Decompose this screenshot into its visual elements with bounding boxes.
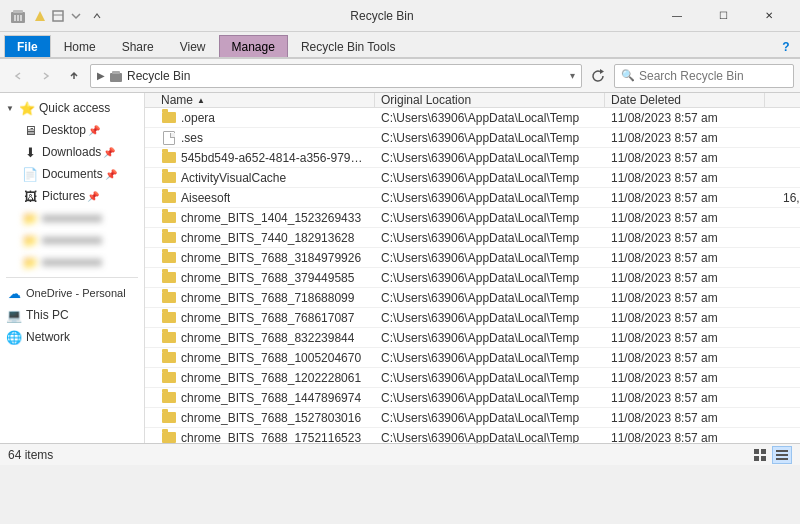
main-content: ▼ ⭐ Quick access 🖥 Desktop 📌 ⬇ Downloads… <box>0 93 800 443</box>
cell-date: 11/08/2023 8:57 am <box>605 308 765 327</box>
tab-file[interactable]: File <box>4 35 51 57</box>
view-tiles-button[interactable] <box>750 446 770 464</box>
cell-name: chrome_BITS_7688_768617087 <box>155 308 375 327</box>
table-row[interactable]: chrome_BITS_7688_1527803016 C:\Users\639… <box>145 408 800 428</box>
cell-location: C:\Users\63906\AppData\Local\Temp <box>375 208 605 227</box>
sidebar-item-network[interactable]: 🌐 Network <box>0 326 144 348</box>
view-details-button[interactable] <box>772 446 792 464</box>
documents-icon: 📄 <box>22 166 38 182</box>
tab-manage[interactable]: Manage <box>219 35 288 57</box>
ribbon: File Home Share View Manage Recycle Bin … <box>0 32 800 59</box>
maximize-button[interactable]: ☐ <box>700 0 746 32</box>
blurred-label1: xxxxxxxxxx <box>42 211 102 225</box>
col-header-location[interactable]: Original Location <box>375 93 605 107</box>
back-button[interactable] <box>6 64 30 88</box>
svg-rect-9 <box>112 71 120 74</box>
col-location-label: Original Location <box>381 93 471 107</box>
svg-rect-1 <box>13 10 23 13</box>
quick-access-header[interactable]: ▼ ⭐ Quick access <box>0 97 144 119</box>
quick-access-label: Quick access <box>39 101 110 115</box>
cell-location: C:\Users\63906\AppData\Local\Temp <box>375 408 605 427</box>
documents-label: Documents <box>42 167 103 181</box>
sidebar-item-pictures[interactable]: 🖼 Pictures 📌 <box>0 185 144 207</box>
search-input[interactable] <box>639 69 769 83</box>
cell-date: 11/08/2023 8:57 am <box>605 268 765 287</box>
sidebar-item-blurred1[interactable]: 📁 xxxxxxxxxx <box>0 207 144 229</box>
col-header-name[interactable]: Name ▲ <box>155 93 375 107</box>
table-row[interactable]: chrome_BITS_7688_768617087 C:\Users\6390… <box>145 308 800 328</box>
table-row[interactable]: chrome_BITS_7688_1202228061 C:\Users\639… <box>145 368 800 388</box>
refresh-button[interactable] <box>586 64 610 88</box>
blurred-label2: xxxxxxxxxx <box>42 233 102 247</box>
cell-date: 11/08/2023 8:57 am <box>605 228 765 247</box>
table-row[interactable]: chrome_BITS_7688_1447896974 C:\Users\639… <box>145 388 800 408</box>
cell-name: 545bd549-a652-4814-a356-979de... <box>155 148 375 167</box>
folder-icon <box>161 331 177 345</box>
sidebar-divider1 <box>6 277 138 278</box>
table-row[interactable]: chrome_BITS_7688_1005204670 C:\Users\639… <box>145 348 800 368</box>
folder-icon <box>161 411 177 425</box>
table-row[interactable]: chrome_BITS_7440_182913628 C:\Users\6390… <box>145 228 800 248</box>
forward-button[interactable] <box>34 64 58 88</box>
sidebar-item-onedrive[interactable]: ☁ OneDrive - Personal <box>0 282 144 304</box>
collapse-ribbon-btn[interactable] <box>92 11 102 21</box>
quick-access-icon <box>32 8 48 24</box>
table-row[interactable]: .ses C:\Users\63906\AppData\Local\Temp 1… <box>145 128 800 148</box>
pictures-label: Pictures <box>42 189 85 203</box>
cell-date: 11/08/2023 8:57 am <box>605 288 765 307</box>
folder-icon <box>161 211 177 225</box>
up-button[interactable] <box>62 64 86 88</box>
cell-location: C:\Users\63906\AppData\Local\Temp <box>375 348 605 367</box>
minimize-button[interactable]: — <box>654 0 700 32</box>
svg-marker-10 <box>600 69 604 74</box>
folder-icon <box>161 231 177 245</box>
sidebar-item-thispc[interactable]: 💻 This PC <box>0 304 144 326</box>
svg-rect-11 <box>754 449 759 454</box>
tab-share[interactable]: Share <box>109 35 167 57</box>
help-button[interactable]: ? <box>776 37 796 57</box>
pin-icon-documents: 📌 <box>105 169 117 180</box>
table-row[interactable]: ActivityVisualCache C:\Users\63906\AppDa… <box>145 168 800 188</box>
cell-date: 11/08/2023 8:57 am <box>605 348 765 367</box>
table-row[interactable]: Aiseesoft C:\Users\63906\AppData\Local\T… <box>145 188 800 208</box>
cell-size: 6 KB <box>765 388 800 407</box>
sidebar-item-blurred2[interactable]: 📁 xxxxxxxxxx <box>0 229 144 251</box>
close-button[interactable]: ✕ <box>746 0 792 32</box>
table-row[interactable]: chrome_BITS_7688_718688099 C:\Users\6390… <box>145 288 800 308</box>
tab-home[interactable]: Home <box>51 35 109 57</box>
sidebar-item-documents[interactable]: 📄 Documents 📌 <box>0 163 144 185</box>
cell-date: 11/08/2023 8:57 am <box>605 188 765 207</box>
address-bar: ▶ Recycle Bin ▾ 🔍 <box>0 59 800 93</box>
sidebar-item-downloads[interactable]: ⬇ Downloads 📌 <box>0 141 144 163</box>
search-box[interactable]: 🔍 <box>614 64 794 88</box>
file-list: Name ▲ Original Location Date Deleted Si… <box>145 93 800 443</box>
cell-date: 11/08/2023 8:57 am <box>605 248 765 267</box>
table-row[interactable]: 545bd549-a652-4814-a356-979de... C:\User… <box>145 148 800 168</box>
onedrive-label: OneDrive - Personal <box>26 287 126 299</box>
table-row[interactable]: chrome_BITS_1404_1523269433 C:\Users\639… <box>145 208 800 228</box>
table-row[interactable]: chrome_BITS_7688_3184979926 C:\Users\639… <box>145 248 800 268</box>
cell-size: 32 KB <box>765 408 800 427</box>
sidebar-item-blurred3[interactable]: 📁 xxxxxxxxxx <box>0 251 144 273</box>
table-row[interactable]: .opera C:\Users\63906\AppData\Local\Temp… <box>145 108 800 128</box>
address-dropdown-icon[interactable]: ▾ <box>570 70 575 81</box>
cell-size: 60 KB <box>765 208 800 227</box>
svg-rect-15 <box>776 450 788 452</box>
item-count: 64 items <box>8 448 53 462</box>
toolbar-icon2 <box>68 8 84 24</box>
title-bar: Recycle Bin — ☐ ✕ <box>0 0 800 32</box>
svg-rect-6 <box>53 11 63 21</box>
table-row[interactable]: chrome_BITS_7688_832239844 C:\Users\6390… <box>145 328 800 348</box>
table-row[interactable]: chrome_BITS_7688_379449585 C:\Users\6390… <box>145 268 800 288</box>
cell-location: C:\Users\63906\AppData\Local\Temp <box>375 128 605 147</box>
col-header-size[interactable]: Size <box>765 93 800 107</box>
sidebar-item-desktop[interactable]: 🖥 Desktop 📌 <box>0 119 144 141</box>
tab-view[interactable]: View <box>167 35 219 57</box>
col-header-date[interactable]: Date Deleted <box>605 93 765 107</box>
cell-name: chrome_BITS_7688_832239844 <box>155 328 375 347</box>
table-row[interactable]: chrome_BITS_7688_1752116523 C:\Users\639… <box>145 428 800 443</box>
svg-rect-17 <box>776 458 788 460</box>
address-box[interactable]: ▶ Recycle Bin ▾ <box>90 64 582 88</box>
tab-recycle-bin-tools[interactable]: Recycle Bin Tools <box>288 35 409 57</box>
downloads-icon: ⬇ <box>22 144 38 160</box>
